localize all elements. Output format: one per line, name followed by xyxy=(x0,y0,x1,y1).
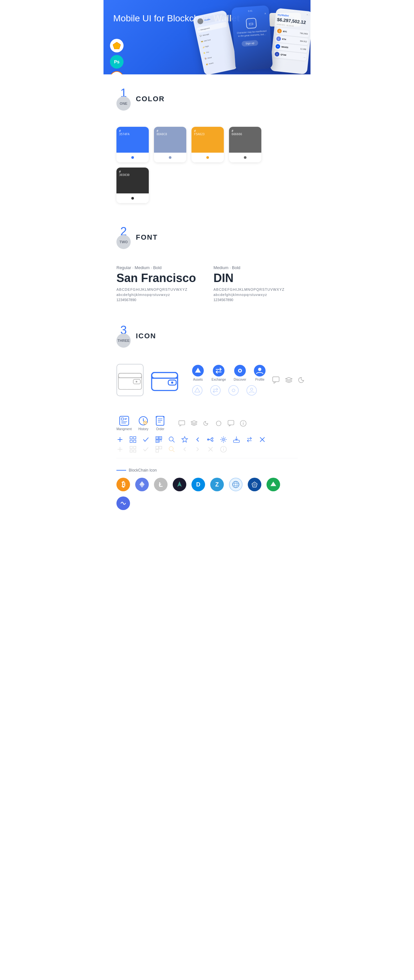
moon-icon-sm xyxy=(203,420,210,427)
discover-icon-outline xyxy=(228,385,239,396)
order-icon xyxy=(155,415,165,426)
utility-icons-row-1 xyxy=(104,436,310,443)
hero-badges: Ps 60+ Screens xyxy=(110,39,124,75)
svg-point-18 xyxy=(213,365,225,377)
svg-point-27 xyxy=(229,385,238,395)
ps-badge: Ps xyxy=(110,55,124,68)
lisk-icon xyxy=(248,478,261,491)
chat-icon xyxy=(272,376,280,384)
svg-rect-11 xyxy=(152,372,178,391)
layers-icon-sm xyxy=(191,420,197,427)
plus-icon-outline xyxy=(116,446,124,453)
back-icon-outline xyxy=(181,446,188,453)
dash-icon: D xyxy=(191,478,205,491)
phone-mockups: Profile □ Management 💬 Message 💳 Add Car… xyxy=(197,6,310,70)
wallet-wireframe-icon xyxy=(116,364,143,396)
svg-rect-53 xyxy=(179,420,185,425)
color-section-header: 1 ONE COLOR xyxy=(104,75,310,127)
svg-point-80 xyxy=(223,439,225,441)
svg-marker-107 xyxy=(271,482,276,486)
moon-icon xyxy=(298,376,306,384)
management-icon-item: Mangment xyxy=(116,415,132,431)
profile-icon-outline xyxy=(247,385,257,396)
chat-bubble-icon-sm xyxy=(228,420,234,427)
kyber-icon xyxy=(266,478,280,491)
svg-point-77 xyxy=(212,438,213,439)
svg-rect-38 xyxy=(121,418,124,420)
svg-rect-64 xyxy=(134,440,136,442)
plus-icon xyxy=(116,436,124,443)
wallet-colored-icon xyxy=(150,367,179,393)
settings-icon xyxy=(220,436,227,443)
font-section-header: 2 TWO FONT xyxy=(104,213,310,265)
qr-icon xyxy=(155,436,162,443)
assets-icon-outline xyxy=(192,385,202,396)
svg-point-99 xyxy=(223,448,224,448)
svg-rect-88 xyxy=(130,450,132,452)
litecoin-icon: Ł xyxy=(154,478,167,491)
exchange-icon xyxy=(213,365,225,377)
info-icon-sm xyxy=(240,420,247,427)
svg-rect-61 xyxy=(130,437,132,439)
icon-section-header: 3 THREE ICON xyxy=(104,312,310,364)
svg-rect-3 xyxy=(118,373,142,378)
icon-section-title: ICON xyxy=(136,332,156,340)
svg-point-26 xyxy=(210,385,220,395)
sketch-badge xyxy=(110,39,124,52)
exchange-icon-outline xyxy=(210,385,221,396)
check-icon-outline xyxy=(142,446,150,453)
wings-icon xyxy=(173,478,186,491)
swatch-mid-gray: #666666 xyxy=(229,127,261,162)
svg-line-75 xyxy=(173,441,175,442)
swatch-blue: #3574FA xyxy=(116,127,149,162)
profile-icon xyxy=(254,365,266,377)
assets-icon-item: Assets xyxy=(192,365,204,381)
svg-point-21 xyxy=(239,370,241,372)
utility-icons-row-2 xyxy=(104,446,310,453)
svg-point-78 xyxy=(212,440,213,441)
divider-1 xyxy=(116,458,298,458)
swap-icon xyxy=(246,436,253,443)
svg-rect-81 xyxy=(234,440,239,442)
history-icon xyxy=(138,415,148,426)
ethereum-icon xyxy=(135,478,149,491)
section-1-number: 1 ONE xyxy=(116,88,131,111)
history-icon-item: History xyxy=(138,415,148,431)
svg-rect-47 xyxy=(156,416,164,425)
management-icon xyxy=(119,415,129,426)
layers-icon xyxy=(285,376,293,384)
order-icon-item: Order xyxy=(155,415,165,431)
band-icon xyxy=(116,496,130,510)
misc-icons-row-1 xyxy=(272,376,310,384)
svg-marker-106 xyxy=(253,483,256,486)
color-section-title: COLOR xyxy=(136,95,165,103)
search-icon-outline xyxy=(168,446,175,453)
svg-point-54 xyxy=(217,421,221,426)
svg-point-23 xyxy=(258,368,261,371)
svg-marker-76 xyxy=(182,437,188,442)
font-san-francisco: Regular · Medium · Bold San Francisco AB… xyxy=(116,265,201,302)
search-icon xyxy=(168,436,175,443)
svg-point-103 xyxy=(234,481,237,488)
svg-point-24 xyxy=(193,385,202,395)
misc-icons-group xyxy=(272,376,310,384)
blockchain-section: BlockChain Icon ₿ Ł D Z xyxy=(104,461,310,520)
font-section-content: Regular · Medium · Bold San Francisco AB… xyxy=(104,265,310,312)
svg-point-104 xyxy=(232,483,239,486)
svg-rect-92 xyxy=(156,450,158,452)
exchange-icon-item: Exchange xyxy=(212,365,226,381)
svg-point-15 xyxy=(171,381,174,383)
svg-rect-90 xyxy=(156,446,158,449)
svg-rect-37 xyxy=(119,416,129,425)
close-icon-outline xyxy=(207,446,214,453)
section-3-number: 3 THREE xyxy=(116,325,131,348)
info-icon-outline xyxy=(220,446,227,453)
phone-mockup-2: 9:41 ✕ ▭ Character may be manifested in … xyxy=(231,5,273,71)
nav-icons-row-2 xyxy=(192,385,266,396)
svg-rect-91 xyxy=(159,446,162,449)
phone-mockup-3: + · · · myWallet $6.297,502.12 +0.025 BT… xyxy=(270,8,310,75)
back-icon xyxy=(194,436,201,443)
discover-icon xyxy=(234,365,246,377)
phone-mockup-1: Profile □ Management 💬 Message 💳 Add Car… xyxy=(193,10,238,75)
swatch-gray-blue: #8DA0C8 xyxy=(154,127,186,162)
